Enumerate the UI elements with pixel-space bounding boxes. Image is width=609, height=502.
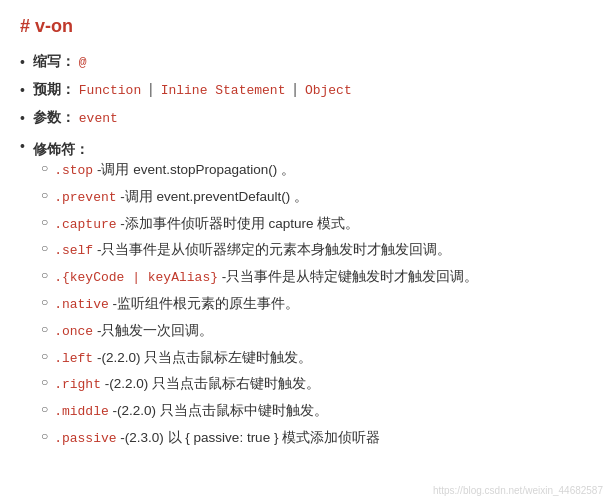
modifier-right-code: .right <box>54 377 101 392</box>
modifier-middle-code: .middle <box>54 404 109 419</box>
pipe-1: | <box>149 81 153 97</box>
sub-bullet-9: ○ <box>41 375 48 389</box>
modifier-list: ○ .stop -调用 event.stopPropagation() 。 ○ … <box>41 159 478 450</box>
list-item-abbreviation: • 缩写： @ <box>20 53 589 71</box>
modifier-keycode: ○ .{keyCode | keyAlias} -只当事件是从特定键触发时才触发… <box>41 266 478 289</box>
label-expects: 预期： <box>33 81 75 97</box>
pipe-2: | <box>293 81 297 97</box>
modifier-passive: ○ .passive -(2.3.0) 以 { passive: true } … <box>41 427 478 450</box>
modifier-left-desc: -(2.2.0) 只当点击鼠标左键时触发。 <box>93 350 312 365</box>
value-expects-object: Object <box>305 83 352 98</box>
sub-bullet-8: ○ <box>41 349 48 363</box>
main-list: • 缩写： @ • 预期： Function | Inline Statemen… <box>20 53 589 454</box>
modifier-native-content: .native -监听组件根元素的原生事件。 <box>54 293 299 316</box>
modifier-passive-desc: -(2.3.0) 以 { passive: true } 模式添加侦听器 <box>117 430 381 445</box>
value-expects-function: Function <box>79 83 141 98</box>
bullet-4: • <box>20 138 25 154</box>
modifier-once-code: .once <box>54 324 93 339</box>
modifier-passive-content: .passive -(2.3.0) 以 { passive: true } 模式… <box>54 427 380 450</box>
sub-bullet-6: ○ <box>41 295 48 309</box>
modifier-native: ○ .native -监听组件根元素的原生事件。 <box>41 293 478 316</box>
list-item-param: • 参数： event <box>20 109 589 127</box>
label-param: 参数： <box>33 109 75 125</box>
modifier-stop-desc: -调用 event.stopPropagation() 。 <box>93 162 295 177</box>
sub-bullet-5: ○ <box>41 268 48 282</box>
modifier-self-code: .self <box>54 243 93 258</box>
watermark: https://blog.csdn.net/weixin_44682587 <box>433 485 603 496</box>
modifier-once-desc: -只触发一次回调。 <box>93 323 213 338</box>
modifier-right-desc: -(2.2.0) 只当点击鼠标右键时触发。 <box>101 376 320 391</box>
modifier-stop: ○ .stop -调用 event.stopPropagation() 。 <box>41 159 478 182</box>
sub-bullet-4: ○ <box>41 241 48 255</box>
value-abbreviation: @ <box>79 55 87 70</box>
label-abbreviation: 缩写： <box>33 53 75 69</box>
sub-bullet-3: ○ <box>41 215 48 229</box>
modifier-native-code: .native <box>54 297 109 312</box>
sub-bullet-2: ○ <box>41 188 48 202</box>
page-title: # v-on <box>20 16 589 37</box>
sub-bullet-11: ○ <box>41 429 48 443</box>
modifier-keycode-code: .{keyCode | keyAlias} <box>54 270 218 285</box>
modifier-left: ○ .left -(2.2.0) 只当点击鼠标左键时触发。 <box>41 347 478 370</box>
modifier-once: ○ .once -只触发一次回调。 <box>41 320 478 343</box>
modifier-stop-content: .stop -调用 event.stopPropagation() 。 <box>54 159 295 182</box>
modifier-self-content: .self -只当事件是从侦听器绑定的元素本身触发时才触发回调。 <box>54 239 451 262</box>
modifier-prevent-content: .prevent -调用 event.preventDefault() 。 <box>54 186 308 209</box>
label-modifiers: 修饰符： <box>33 141 89 157</box>
modifier-prevent: ○ .prevent -调用 event.preventDefault() 。 <box>41 186 478 209</box>
bullet-1: • <box>20 54 25 70</box>
modifier-native-desc: -监听组件根元素的原生事件。 <box>109 296 299 311</box>
modifier-stop-code: .stop <box>54 163 93 178</box>
modifier-capture-code: .capture <box>54 217 116 232</box>
modifier-middle-desc: -(2.2.0) 只当点击鼠标中键时触发。 <box>109 403 328 418</box>
modifier-self: ○ .self -只当事件是从侦听器绑定的元素本身触发时才触发回调。 <box>41 239 478 262</box>
value-param: event <box>79 111 118 126</box>
value-expects-inline: Inline Statement <box>161 83 286 98</box>
modifier-left-code: .left <box>54 351 93 366</box>
modifier-capture: ○ .capture -添加事件侦听器时使用 capture 模式。 <box>41 213 478 236</box>
modifier-self-desc: -只当事件是从侦听器绑定的元素本身触发时才触发回调。 <box>93 242 451 257</box>
modifier-keycode-content: .{keyCode | keyAlias} -只当事件是从特定键触发时才触发回调… <box>54 266 478 289</box>
modifier-middle: ○ .middle -(2.2.0) 只当点击鼠标中键时触发。 <box>41 400 478 423</box>
list-item-expects: • 预期： Function | Inline Statement | Obje… <box>20 81 589 99</box>
modifier-section: 修饰符： ○ .stop -调用 event.stopPropagation()… <box>33 141 478 454</box>
bullet-2: • <box>20 82 25 98</box>
modifier-capture-content: .capture -添加事件侦听器时使用 capture 模式。 <box>54 213 359 236</box>
bullet-3: • <box>20 110 25 126</box>
modifier-left-content: .left -(2.2.0) 只当点击鼠标左键时触发。 <box>54 347 312 370</box>
modifier-right: ○ .right -(2.2.0) 只当点击鼠标右键时触发。 <box>41 373 478 396</box>
modifier-prevent-desc: -调用 event.preventDefault() 。 <box>117 189 308 204</box>
sub-bullet-1: ○ <box>41 161 48 175</box>
sub-bullet-7: ○ <box>41 322 48 336</box>
modifier-right-content: .right -(2.2.0) 只当点击鼠标右键时触发。 <box>54 373 320 396</box>
modifier-capture-desc: -添加事件侦听器时使用 capture 模式。 <box>117 216 360 231</box>
modifier-keycode-desc: -只当事件是从特定键触发时才触发回调。 <box>218 269 478 284</box>
list-item-modifiers: • 修饰符： ○ .stop -调用 event.stopPropagation… <box>20 137 589 454</box>
modifier-middle-content: .middle -(2.2.0) 只当点击鼠标中键时触发。 <box>54 400 328 423</box>
sub-bullet-10: ○ <box>41 402 48 416</box>
modifier-prevent-code: .prevent <box>54 190 116 205</box>
modifier-passive-code: .passive <box>54 431 116 446</box>
modifier-once-content: .once -只触发一次回调。 <box>54 320 213 343</box>
